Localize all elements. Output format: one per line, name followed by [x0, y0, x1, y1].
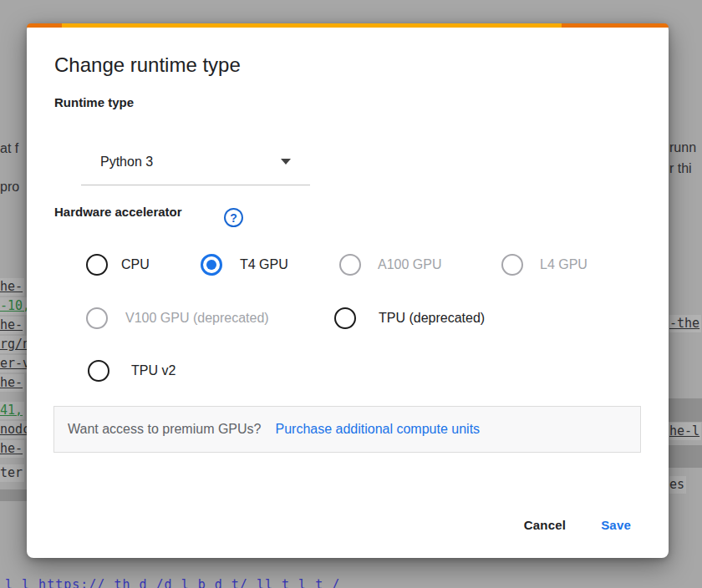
loading-progress-bar: [27, 23, 669, 28]
premium-banner-text: Want access to premium GPUs?: [68, 422, 261, 437]
radio-icon: [86, 254, 108, 276]
save-button[interactable]: Save: [593, 511, 639, 539]
cancel-button[interactable]: Cancel: [516, 511, 574, 539]
bg-block-strip: [669, 445, 702, 468]
dropdown-caret-icon: [281, 159, 291, 165]
radio-icon: [334, 307, 356, 329]
premium-gpu-banner: Want access to premium GPUs? Purchase ad…: [53, 406, 641, 453]
radio-option-tpu-deprecated[interactable]: TPU (deprecated): [334, 307, 485, 329]
dialog-buttons: Cancel Save: [516, 511, 639, 539]
radio-icon: [86, 307, 108, 329]
radio-option-v100-gpu-deprecated: V100 GPU (deprecated): [86, 307, 269, 329]
bg-text-fragment: r thi: [669, 160, 692, 177]
bg-code-link-fragment: he-: [0, 374, 24, 392]
help-icon[interactable]: ?: [224, 208, 243, 227]
bg-text-fragment: at f: [0, 140, 18, 157]
radio-icon: [501, 254, 523, 276]
bg-code-fragment: ter: [0, 464, 24, 482]
runtime-type-select[interactable]: Python 3: [81, 139, 310, 185]
bg-text-fragment: pro: [0, 179, 19, 195]
bg-code-link-fragment: he-: [0, 278, 24, 296]
bg-text-fragment: runn: [669, 139, 696, 156]
runtime-type-label: Runtime type: [54, 94, 134, 111]
radio-option-label: A100 GPU: [378, 257, 441, 272]
runtime-type-selected-value: Python 3: [100, 155, 153, 170]
bg-code-link-fragment: he-: [0, 440, 24, 458]
bg-code-link-fragment: he-l: [669, 423, 701, 440]
bg-code-link-fragment: -the: [669, 315, 701, 332]
radio-option-label: T4 GPU: [240, 257, 288, 272]
radio-option-cpu[interactable]: CPU: [86, 254, 150, 276]
radio-option-label: TPU v2: [131, 363, 176, 378]
radio-option-label: TPU (deprecated): [379, 311, 485, 326]
bg-scrollbar-strip: [0, 489, 27, 501]
radio-icon: [339, 254, 361, 276]
radio-option-label: L4 GPU: [540, 257, 588, 272]
radio-option-a100-gpu: A100 GPU: [339, 254, 441, 276]
radio-option-label: CPU: [121, 257, 150, 272]
radio-option-label: V100 GPU (deprecated): [125, 311, 269, 326]
bg-code-link-fragment: he-: [0, 317, 24, 334]
purchase-compute-units-link[interactable]: Purchase additional compute units: [275, 422, 480, 437]
bg-console-link-fragment: l l https:// th d /d l b d t/ ll t l t /: [5, 577, 340, 588]
hardware-accelerator-label: Hardware accelerator: [54, 204, 182, 220]
radio-option-t4-gpu[interactable]: T4 GPU: [201, 254, 288, 276]
radio-icon-selected: [201, 254, 222, 276]
dialog-title: Change runtime type: [54, 52, 241, 79]
radio-option-l4-gpu: L4 GPU: [501, 254, 588, 276]
radio-option-tpu-v2[interactable]: TPU v2: [88, 360, 176, 382]
radio-icon: [88, 360, 109, 382]
change-runtime-type-dialog: Change runtime type Runtime type Python …: [27, 23, 669, 558]
bg-block-strip: [669, 398, 702, 422]
bg-code-link-fragment: 41,: [0, 402, 24, 419]
bg-code-fragment: es: [669, 476, 686, 494]
